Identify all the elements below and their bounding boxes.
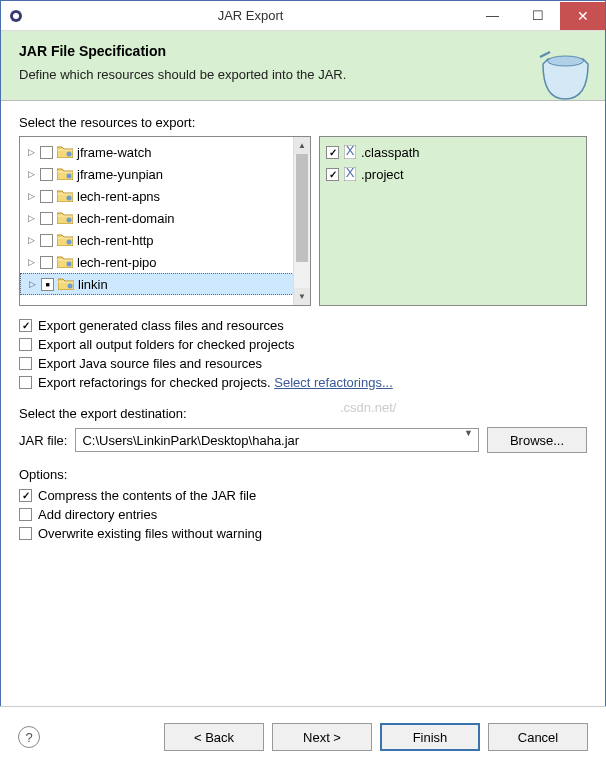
expand-icon[interactable]: ▷: [26, 191, 36, 201]
jar-file-input[interactable]: [75, 428, 479, 452]
tree-checkbox[interactable]: [40, 190, 53, 203]
option-checkbox[interactable]: [19, 527, 32, 540]
expand-icon[interactable]: ▷: [26, 147, 36, 157]
files-panel[interactable]: X.classpathX.project: [319, 136, 587, 306]
options-label: Options:: [19, 467, 587, 482]
tree-item[interactable]: ▷lech-rent-domain: [20, 207, 310, 229]
file-icon: X: [343, 167, 357, 181]
option-checkbox[interactable]: [19, 376, 32, 389]
titlebar: JAR Export — ☐ ✕: [1, 1, 605, 31]
compress-option: Add directory entries: [19, 507, 587, 522]
tree-item-label: lech-rent-apns: [77, 189, 160, 204]
export-option: Export Java source files and resources: [19, 356, 587, 371]
tree-item-label: linkin: [78, 277, 108, 292]
tree-checkbox[interactable]: [41, 278, 54, 291]
svg-text:X: X: [346, 145, 355, 158]
file-icon: X: [343, 145, 357, 159]
tree-checkbox[interactable]: [40, 234, 53, 247]
svg-text:X: X: [346, 167, 355, 180]
file-item[interactable]: X.classpath: [320, 141, 586, 163]
tree-item[interactable]: ▷lech-rent-http: [20, 229, 310, 251]
expand-icon[interactable]: ▷: [26, 213, 36, 223]
svg-point-2: [548, 56, 584, 66]
folder-icon: [57, 146, 73, 158]
option-checkbox[interactable]: [19, 338, 32, 351]
folder-icon: [57, 212, 73, 224]
app-icon: [1, 8, 31, 24]
folder-icon: [57, 234, 73, 246]
maximize-button[interactable]: ☐: [515, 2, 560, 30]
finish-button[interactable]: Finish: [380, 723, 480, 751]
export-option: Export generated class files and resourc…: [19, 318, 587, 333]
file-item[interactable]: X.project: [320, 163, 586, 185]
page-subtitle: Define which resources should be exporte…: [19, 67, 587, 82]
export-option: Export refactorings for checked projects…: [19, 375, 587, 390]
expand-icon[interactable]: ▷: [26, 257, 36, 267]
next-button[interactable]: Next >: [272, 723, 372, 751]
option-label: Export all output folders for checked pr…: [38, 337, 295, 352]
option-checkbox[interactable]: [19, 508, 32, 521]
option-label: Compress the contents of the JAR file: [38, 488, 256, 503]
scroll-up-arrow[interactable]: ▲: [294, 137, 310, 154]
expand-icon[interactable]: ▷: [27, 279, 37, 289]
expand-icon[interactable]: ▷: [26, 169, 36, 179]
tree-item[interactable]: ▷jframe-watch: [20, 141, 310, 163]
jar-file-label: JAR file:: [19, 433, 67, 448]
scroll-thumb[interactable]: [296, 154, 308, 262]
file-item-label: .project: [361, 167, 404, 182]
resources-label: Select the resources to export:: [19, 115, 587, 130]
option-checkbox[interactable]: [19, 489, 32, 502]
resources-tree-panel[interactable]: ▷jframe-watch▷jframe-yunpian▷lech-rent-a…: [19, 136, 311, 306]
minimize-button[interactable]: —: [470, 2, 515, 30]
tree-item-label: jframe-watch: [77, 145, 151, 160]
tree-item[interactable]: ▷lech-rent-pipo: [20, 251, 310, 273]
browse-button[interactable]: Browse...: [487, 427, 587, 453]
export-option: Export all output folders for checked pr…: [19, 337, 587, 352]
help-icon[interactable]: ?: [18, 726, 40, 748]
file-checkbox[interactable]: [326, 146, 339, 159]
file-item-label: .classpath: [361, 145, 420, 160]
folder-icon: [58, 278, 74, 290]
svg-point-1: [13, 13, 19, 19]
svg-point-4: [67, 174, 72, 179]
refactorings-link[interactable]: Select refactorings...: [274, 375, 393, 390]
tree-item[interactable]: ▷lech-rent-apns: [20, 185, 310, 207]
cancel-button[interactable]: Cancel: [488, 723, 588, 751]
svg-point-3: [67, 152, 72, 157]
tree-checkbox[interactable]: [40, 146, 53, 159]
page-title: JAR File Specification: [19, 43, 587, 59]
compress-option: Compress the contents of the JAR file: [19, 488, 587, 503]
tree-item-label: lech-rent-http: [77, 233, 154, 248]
tree-item[interactable]: ▷jframe-yunpian: [20, 163, 310, 185]
svg-point-5: [67, 196, 72, 201]
scroll-down-arrow[interactable]: ▼: [294, 288, 310, 305]
close-button[interactable]: ✕: [560, 2, 605, 30]
svg-point-8: [67, 262, 72, 267]
option-checkbox[interactable]: [19, 319, 32, 332]
option-label: Export Java source files and resources: [38, 356, 262, 371]
tree-scrollbar[interactable]: ▲ ▼: [293, 137, 310, 305]
option-label: Add directory entries: [38, 507, 157, 522]
folder-icon: [57, 168, 73, 180]
tree-item-label: lech-rent-pipo: [77, 255, 157, 270]
svg-point-9: [68, 284, 73, 289]
svg-point-7: [67, 240, 72, 245]
back-button[interactable]: < Back: [164, 723, 264, 751]
tree-checkbox[interactable]: [40, 212, 53, 225]
option-label: Export generated class files and resourc…: [38, 318, 284, 333]
window-title: JAR Export: [31, 8, 470, 23]
jar-icon: [538, 49, 593, 104]
tree-checkbox[interactable]: [40, 256, 53, 269]
option-label: Overwrite existing files without warning: [38, 526, 262, 541]
tree-item-label: jframe-yunpian: [77, 167, 163, 182]
wizard-footer: ? < Back Next > Finish Cancel: [0, 706, 606, 771]
option-label: Export refactorings for checked projects…: [38, 375, 393, 390]
destination-label: Select the export destination:: [19, 406, 587, 421]
file-checkbox[interactable]: [326, 168, 339, 181]
folder-icon: [57, 190, 73, 202]
tree-item[interactable]: ▷linkin: [20, 273, 310, 295]
tree-checkbox[interactable]: [40, 168, 53, 181]
option-checkbox[interactable]: [19, 357, 32, 370]
wizard-header: JAR File Specification Define which reso…: [1, 31, 605, 101]
expand-icon[interactable]: ▷: [26, 235, 36, 245]
